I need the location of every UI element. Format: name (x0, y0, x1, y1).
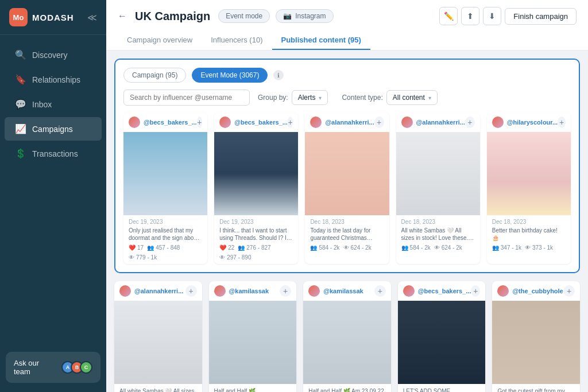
discovery-icon: 🔍 (15, 49, 25, 60)
share-button[interactable]: ⬇ (483, 7, 501, 25)
card-meta: Dec 18, 2023 All white Sambas 🤍 All size… (396, 215, 480, 254)
group-by-select[interactable]: Alerts ▾ (292, 90, 328, 105)
reach-stat-1: 👥457 - 848 (147, 244, 180, 251)
header-top: ← UK Campaign Event mode 📷 Instagram ✏️ … (118, 7, 577, 25)
nav-menu: 🔍 Discovery 🔖 Relationships 💬 Inbox 📈 Ca… (0, 35, 106, 352)
add-card-button[interactable]: + (288, 117, 293, 128)
card-date: Dec 18, 2023 (310, 219, 384, 225)
card-username[interactable]: @becs_bakers_... (129, 117, 197, 128)
card-date: Dec 19, 2023 (129, 219, 202, 225)
add-card-button[interactable]: + (185, 285, 197, 297)
tab-published-content[interactable]: Published content (95) (272, 31, 370, 50)
card-username[interactable]: @hilaryscolour... (492, 117, 558, 128)
avatar (310, 117, 322, 128)
card-meta: Dec 18, 2023 Better than birthday cake! … (487, 215, 571, 254)
add-card-button[interactable]: + (280, 285, 291, 297)
card-username[interactable]: @becs_bakers_... (403, 285, 471, 297)
search-input[interactable] (123, 90, 250, 106)
finish-campaign-button[interactable]: Finish campaign (505, 8, 577, 25)
content-card: @alannahkerri... + Dec 18, 2023 All whit… (396, 112, 480, 264)
tab-campaign-overview[interactable]: Campaign overview (118, 31, 202, 50)
card-username[interactable]: @alannahkerri... (310, 117, 374, 128)
add-card-button[interactable]: + (563, 285, 575, 297)
collapse-icon[interactable]: ≪ (87, 12, 97, 23)
card-header: @kamilassak + (209, 281, 297, 301)
card-description: Got the cutest gift from my girls secret… (497, 387, 575, 392)
reach-stat-1: 👥584 - 2k (401, 244, 431, 251)
relationships-icon: 🔖 (15, 74, 25, 85)
logo-icon: Mo (9, 8, 28, 26)
header-left: ← UK Campaign Event mode 📷 Instagram (118, 9, 334, 23)
header-actions: ✏️ ⬆ ⬇ Finish campaign (439, 7, 577, 25)
username-label: @becs_bakers_... (234, 119, 288, 126)
edit-button[interactable]: ✏️ (439, 7, 458, 25)
card-header: @alannahkerri... + (305, 112, 389, 132)
add-card-button[interactable]: + (471, 285, 480, 297)
username-label: @becs_bakers_... (418, 288, 471, 294)
avatar (492, 117, 504, 128)
ask-team-button[interactable]: Ask our team A B C (6, 352, 100, 383)
add-card-button[interactable]: + (374, 117, 384, 128)
add-card-button[interactable]: + (558, 117, 566, 128)
card-username[interactable]: @alannahkerri... (401, 117, 465, 128)
content-type-value: All content (393, 94, 425, 102)
chevron-down-icon: ▾ (319, 95, 322, 101)
sidebar-item-transactions[interactable]: 💲 Transactions (5, 142, 102, 165)
content-card: @alannahkerri... + Dec 18, 2023 Today is… (305, 112, 389, 264)
sidebar-item-label: Campaigns (32, 125, 73, 134)
campaign-filter-btn[interactable]: Campaign (95) (123, 68, 186, 83)
instagram-label: Instagram (295, 12, 326, 20)
card-description: Today is the last day for guaranteed Chr… (310, 227, 384, 242)
sidebar-item-inbox[interactable]: 💬 Inbox (5, 92, 102, 116)
card-header: @alannahkerri... + (396, 112, 480, 132)
tab-bar: Campaign overview Influencers (10) Publi… (118, 31, 577, 50)
avatar (219, 117, 231, 128)
eye-icon: 👁 (343, 244, 349, 251)
sidebar-item-discovery[interactable]: 🔍 Discovery (5, 43, 102, 67)
username-label: @becs_bakers_... (144, 119, 197, 126)
card-username[interactable]: @the_cubbyhole (497, 285, 563, 297)
sidebar-header: Mo MODASH ≪ (0, 0, 106, 35)
filter-controls: Group by: Alerts ▾ Content type: All con… (123, 90, 571, 106)
sidebar-item-label: Discovery (32, 51, 67, 60)
event-mode-filter-btn[interactable]: Event Mode (3067) (192, 68, 268, 83)
card-header: @becs_bakers_... + (398, 281, 486, 301)
sidebar-item-relationships[interactable]: 🔖 Relationships (5, 68, 102, 91)
export-button[interactable]: ⬆ (461, 7, 479, 25)
content-card: @hilaryscolour... + Dec 18, 2023 Better … (487, 112, 571, 264)
sidebar-item-campaigns[interactable]: 📈 Campaigns (5, 117, 102, 141)
back-button[interactable]: ← (118, 11, 127, 21)
add-card-button[interactable]: + (465, 117, 475, 128)
card-description: All white Sambas 🤍 All sizes in stock! L… (401, 227, 475, 242)
content-card: @kamilassak + Half and Half 🌿 (209, 281, 297, 392)
reach-stat-1: 👥347 - 1k (492, 244, 521, 251)
card-username[interactable]: @alannahkerri... (119, 285, 183, 297)
card-stats: 👥584 - 2k 👁624 - 2k (401, 244, 475, 251)
tab-influencers[interactable]: Influencers (10) (202, 31, 272, 50)
reach-stat-1: 👥584 - 2k (310, 244, 339, 251)
add-card-button[interactable]: + (197, 117, 203, 128)
reach-stat-2: 👁373 - 1k (525, 244, 553, 251)
reach-stat-2: 👁297 - 890 (219, 254, 251, 261)
content-card: @becs_bakers_... + LET'S ADD SOME CHARAC… (398, 281, 486, 392)
people-icon: 👥 (238, 244, 245, 251)
avatar-3: C (80, 361, 92, 374)
eye-icon: 👁 (434, 244, 440, 251)
content-type-select[interactable]: All content ▾ (386, 90, 438, 105)
reach-stat-2: 👁624 - 2k (434, 244, 462, 251)
card-username[interactable]: @becs_bakers_... (219, 117, 288, 128)
avatar (403, 285, 415, 297)
instagram-badge[interactable]: 📷 Instagram (276, 9, 333, 23)
card-stats: 👥584 - 2k 👁624 - 2k (310, 244, 384, 251)
event-mode-badge[interactable]: Event mode (218, 9, 270, 23)
card-date: Dec 19, 2023 (219, 219, 293, 225)
card-username[interactable]: @kamilassak (214, 285, 269, 297)
add-card-button[interactable]: + (374, 285, 386, 297)
avatar (401, 117, 413, 128)
username-label: @kamilassak (323, 288, 363, 294)
heart-stat: ❤️22 (219, 244, 234, 251)
event-mode-label: Event mode (226, 12, 262, 20)
info-icon[interactable]: ℹ (273, 70, 284, 80)
reach-stat-2: 👁779 - 1k (129, 254, 157, 261)
card-username[interactable]: @kamilassak (308, 285, 363, 297)
